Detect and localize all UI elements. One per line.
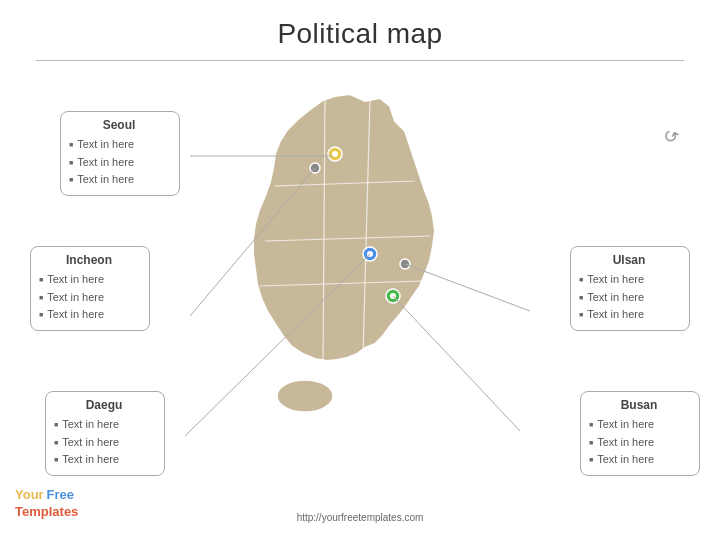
svg-point-9 bbox=[363, 247, 377, 261]
svg-line-3 bbox=[323, 96, 325, 361]
ulsan-item-2: Text in here bbox=[579, 289, 679, 307]
incheon-label: Incheon bbox=[39, 253, 139, 267]
daegu-label: Daegu bbox=[54, 398, 154, 412]
ulsan-label: Ulsan bbox=[579, 253, 679, 267]
ulsan-item-1: Text in here bbox=[579, 271, 679, 289]
incheon-item-1: Text in here bbox=[39, 271, 139, 289]
ulsan-item-3: Text in here bbox=[579, 306, 679, 324]
logo: Your Free Templates bbox=[15, 487, 78, 521]
busan-label: Busan bbox=[589, 398, 689, 412]
rotate-icon: ↺ bbox=[659, 124, 683, 151]
busan-item-2: Text in here bbox=[589, 434, 689, 452]
svg-point-13 bbox=[390, 293, 396, 299]
svg-line-16 bbox=[185, 254, 370, 436]
seoul-item-3: Text in here bbox=[69, 171, 169, 189]
svg-line-15 bbox=[190, 168, 315, 316]
daegu-item-1: Text in here bbox=[54, 416, 154, 434]
incheon-box: Incheon Text in here Text in here Text i… bbox=[30, 246, 150, 331]
svg-line-18 bbox=[393, 296, 520, 431]
ulsan-box: Ulsan Text in here Text in here Text in … bbox=[570, 246, 690, 331]
daegu-box: Daegu Text in here Text in here Text in … bbox=[45, 391, 165, 476]
svg-point-8 bbox=[310, 163, 320, 173]
logo-your: Your bbox=[15, 487, 44, 502]
logo-free: Free bbox=[46, 487, 73, 502]
page-title: Political map bbox=[0, 0, 720, 60]
svg-point-7 bbox=[332, 151, 338, 157]
svg-point-10 bbox=[367, 251, 373, 257]
svg-line-1 bbox=[265, 236, 430, 241]
svg-line-0 bbox=[275, 181, 415, 186]
incheon-item-3: Text in here bbox=[39, 306, 139, 324]
seoul-box: Seoul Text in here Text in here Text in … bbox=[60, 111, 180, 196]
svg-line-4 bbox=[363, 98, 370, 356]
incheon-item-2: Text in here bbox=[39, 289, 139, 307]
seoul-label: Seoul bbox=[69, 118, 169, 132]
svg-point-5 bbox=[277, 380, 333, 412]
busan-box: Busan Text in here Text in here Text in … bbox=[580, 391, 700, 476]
logo-templates: Templates bbox=[15, 504, 78, 519]
seoul-item-2: Text in here bbox=[69, 154, 169, 172]
svg-line-2 bbox=[260, 281, 425, 286]
busan-item-3: Text in here bbox=[589, 451, 689, 469]
main-content: Seoul Text in here Text in here Text in … bbox=[0, 61, 720, 531]
seoul-item-1: Text in here bbox=[69, 136, 169, 154]
busan-item-1: Text in here bbox=[589, 416, 689, 434]
svg-point-11 bbox=[400, 259, 410, 269]
daegu-item-2: Text in here bbox=[54, 434, 154, 452]
footer-url[interactable]: http://yourfreetemplates.com bbox=[0, 512, 720, 523]
svg-point-6 bbox=[328, 147, 342, 161]
daegu-item-3: Text in here bbox=[54, 451, 154, 469]
svg-line-17 bbox=[405, 264, 530, 311]
svg-point-12 bbox=[386, 289, 400, 303]
